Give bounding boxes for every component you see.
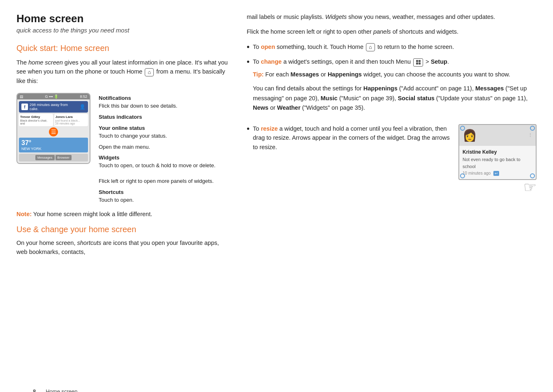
social2-name: Jones Lara: [56, 115, 87, 119]
widget-person-status: Not even ready to go back to school: [463, 156, 532, 170]
phone-icon-area: ▤: [20, 95, 23, 99]
facebook-widget: f 298 minutes away from cake. 👤: [19, 101, 88, 113]
right-para1: mail labels or music playlists. Widgets …: [247, 12, 537, 21]
action-change: change: [261, 58, 282, 65]
setup-label: Setup: [431, 58, 447, 65]
section2-heading: Use & change your home screen: [16, 225, 230, 234]
phone-section: ▤ G ▪▪▪ 🔋 8:52 f 298 minutes away from c…: [16, 93, 230, 204]
note-block: Note: Your home screen might look a litt…: [16, 211, 230, 217]
social-card-2: Jones Lara just found a black... 26 minu…: [54, 114, 88, 126]
tip-block: Tip: For each Messages or Happenings wid…: [253, 70, 537, 79]
online-text: Touch to change your status.: [99, 133, 167, 139]
page-title: Home screen: [16, 12, 230, 25]
menu-icon: [413, 58, 423, 67]
social2-text: just found a black...: [56, 119, 87, 122]
weather-city: NEW YORK: [21, 147, 86, 151]
notifications-label: Notifications: [99, 95, 131, 101]
shortcuts-bar: Messages Browser: [19, 154, 88, 161]
bullet-content-2: To change a widget's settings, open it a…: [253, 57, 537, 118]
messages-bold2: Messages: [475, 85, 504, 92]
messages-bold: Messages: [291, 71, 319, 78]
shortcut-messages[interactable]: Messages: [35, 155, 54, 160]
home-icon: ⌂: [145, 68, 154, 76]
page-subtitle: quick access to the things you need most: [16, 27, 230, 34]
widget-menu-icon: ⋮: [528, 132, 532, 139]
widget-card-header: 👩 ⋮: [459, 125, 536, 146]
bullet-dot-3: •: [247, 125, 250, 133]
callout-widgets: Widgets Touch to open, or touch & hold t…: [99, 154, 230, 185]
notifications-text: Flick this bar down to see details.: [99, 103, 177, 109]
widget-person-name: Kristine Kelley: [463, 148, 532, 156]
action-resize: resize: [261, 125, 278, 132]
phone-signal: G ▪▪▪ 🔋: [45, 95, 58, 99]
widget-card: 👩 ⋮ Kristine Kelley Not even ready to go…: [458, 124, 537, 180]
fb-text: 298 minutes away from cake.: [30, 103, 78, 111]
section1-heading: Quick start: Home screen: [16, 44, 230, 53]
right-para2: Flick the home screen left or right to o…: [247, 27, 537, 36]
right-body: mail labels or music playlists. Widgets …: [247, 12, 537, 199]
widget-card-body: Kristine Kelley Not even ready to go bac…: [459, 146, 536, 179]
home-icon-2: ⌂: [366, 43, 375, 51]
action-open: open: [261, 44, 275, 50]
bullet-list: • To open something, touch it. Touch Hom…: [247, 42, 537, 199]
page-footer: 8 Home screen: [33, 388, 78, 392]
weather-temp: 37°: [21, 139, 86, 147]
page-number: 8: [33, 388, 36, 392]
bullet-dot-1: •: [247, 43, 250, 51]
menu-dot-grid: [416, 60, 421, 65]
online-label: Your online status: [99, 125, 145, 131]
bullet-item-open: • To open something, touch it. Touch Hom…: [247, 42, 537, 51]
resize-text: To resize a widget, touch and hold a cor…: [253, 124, 450, 152]
section2-body1: On your home screen, shortcuts are icons…: [16, 238, 230, 257]
happenings-section: You can find details about the settings …: [253, 84, 537, 113]
social1-name: Trevor Gilley: [20, 115, 52, 119]
happenings-bold: Happenings: [328, 71, 362, 78]
fb-profile-icon: 👤: [79, 104, 86, 110]
social2-time: 26 minutes ago: [56, 122, 87, 125]
callout-notifications: Notifications Flick this bar down to see…: [99, 95, 230, 110]
shortcuts-text: Touch to open.: [99, 197, 134, 203]
menu-text: Open the main menu.: [99, 143, 150, 151]
widget-avatar-placeholder: 👩: [463, 127, 477, 144]
widgets-text2: Flick left or right to open more panels …: [99, 178, 214, 184]
status-label: Status indicators: [99, 114, 142, 120]
shortcuts-label: Shortcuts: [99, 189, 124, 195]
callout-status: Status indicators: [99, 113, 230, 121]
widget-time: 10 minutes ago ↩: [463, 170, 532, 177]
happenings-bold2: Happenings: [363, 85, 398, 92]
tip-label: Tip:: [253, 71, 264, 78]
menu-button-row: ☰: [19, 127, 88, 136]
phone-time: 8:52: [80, 95, 87, 99]
widget-preview: 👩 ⋮ Kristine Kelley Not even ready to go…: [458, 124, 537, 199]
social-row: Trevor Gilley Black director's chair, an…: [19, 114, 88, 126]
weather-bold: Weather: [277, 104, 301, 111]
bullet-item-resize: • To resize a widget, touch and hold a c…: [247, 124, 537, 199]
callouts-area: Notifications Flick this bar down to see…: [99, 93, 230, 204]
bullet-content-1: To open something, touch it. Touch Home …: [253, 42, 454, 51]
right-column: mail labels or music playlists. Widgets …: [247, 12, 537, 262]
shortcut-browser[interactable]: Browser: [56, 155, 72, 160]
social1-role: Black director's chair, and: [20, 119, 52, 125]
widget-action-button[interactable]: ↩: [493, 171, 499, 176]
left-column: Home screen quick access to the things y…: [16, 12, 230, 262]
bullet-item-change: • To change a widget's settings, open it…: [247, 57, 537, 118]
bullet-dot-2: •: [247, 58, 250, 66]
phone-mockup: ▤ G ▪▪▪ 🔋 8:52 f 298 minutes away from c…: [16, 93, 90, 164]
phone-body: f 298 minutes away from cake. 👤 Trevor G…: [17, 99, 90, 163]
weather-card: 37° NEW YORK: [19, 138, 88, 152]
callout-shortcuts: Shortcuts Touch to open.: [99, 189, 230, 204]
social-bold: Social status: [398, 95, 434, 101]
callout-menu: Open the main menu.: [99, 143, 230, 151]
note-body: Your home screen might look a little dif…: [33, 211, 152, 217]
music-bold: Music: [321, 95, 338, 101]
phone-status-bar: ▤ G ▪▪▪ 🔋 8:52: [17, 94, 90, 99]
resize-section: To resize a widget, touch and hold a cor…: [253, 124, 537, 199]
main-menu-button[interactable]: ☰: [49, 127, 58, 136]
widgets-text: Touch to open, or touch & hold to move o…: [99, 162, 215, 168]
callout-online-status: Your online status Touch to change your …: [99, 125, 230, 140]
note-label: Note:: [16, 211, 32, 217]
widgets-label: Widgets: [99, 154, 119, 161]
fb-icon: f: [21, 104, 28, 110]
section1-body: The home screen gives you all your lates…: [16, 58, 230, 85]
social-card-1: Trevor Gilley Black director's chair, an…: [19, 114, 53, 126]
